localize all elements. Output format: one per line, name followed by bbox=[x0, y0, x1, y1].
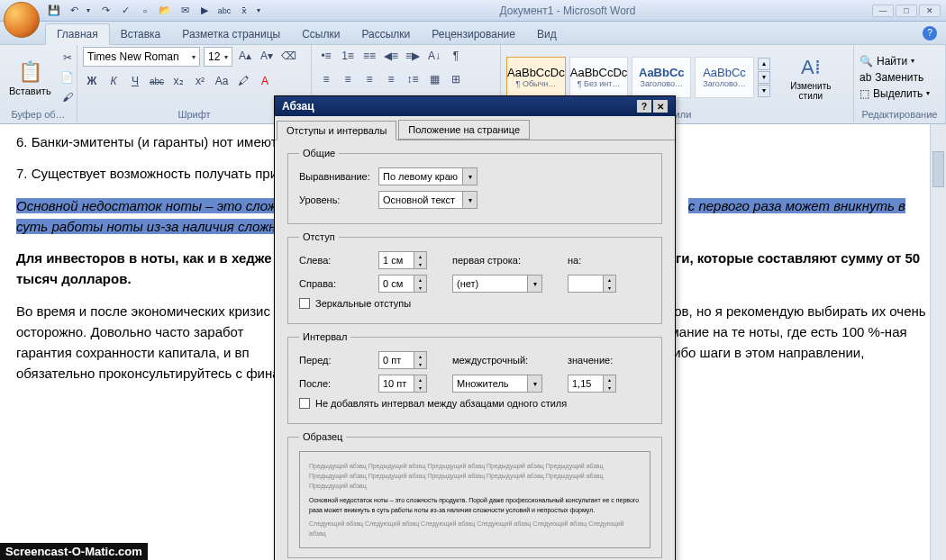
space-after-label: После: bbox=[299, 378, 378, 389]
replace-icon: ab bbox=[860, 71, 871, 84]
space-before-spin[interactable]: 0 пт▴▾ bbox=[378, 351, 427, 369]
watermark: Screencast-O-Matic.com bbox=[0, 543, 148, 560]
paste-button[interactable]: 📋 Вставить bbox=[5, 57, 55, 98]
align-center-icon[interactable]: ≡ bbox=[339, 70, 357, 88]
change-styles-button[interactable]: A⁞ Изменить стили bbox=[774, 52, 848, 103]
find-icon: 🔍 bbox=[860, 55, 873, 68]
justify-icon[interactable]: ≡ bbox=[382, 70, 400, 88]
multilevel-icon[interactable]: ≡≡ bbox=[360, 47, 378, 65]
line-spacing-icon[interactable]: ↕≡ bbox=[404, 70, 422, 88]
tab-references[interactable]: Ссылки bbox=[291, 24, 350, 44]
new-doc-icon[interactable]: ▫ bbox=[138, 4, 152, 18]
show-marks-icon[interactable]: ¶ bbox=[447, 47, 465, 65]
cut-icon[interactable]: ✂ bbox=[59, 49, 77, 67]
indent-left-spin[interactable]: 1 см▴▾ bbox=[378, 251, 427, 269]
first-line-combo[interactable]: (нет)▾ bbox=[452, 275, 542, 293]
undo-icon[interactable]: ↶ bbox=[67, 4, 81, 18]
clear-format-icon[interactable]: ⌫ bbox=[279, 47, 297, 65]
fraction-icon[interactable]: x̄ bbox=[237, 4, 251, 18]
alignment-combo[interactable]: По левому краю▾ bbox=[378, 167, 478, 185]
outline-level-label: Уровень: bbox=[299, 194, 378, 205]
tab-mailings[interactable]: Рассылки bbox=[350, 24, 421, 44]
style-normal[interactable]: AaBbCcDc¶ Обычн… bbox=[506, 57, 566, 98]
save-icon[interactable]: 💾 bbox=[47, 4, 61, 18]
line-spacing-combo[interactable]: Множитель▾ bbox=[452, 375, 542, 393]
sort-icon[interactable]: A↓ bbox=[425, 47, 443, 65]
preview-fieldset: Образец Предыдущий абзац Предыдущий абза… bbox=[287, 431, 662, 558]
decrease-indent-icon[interactable]: ◀≡ bbox=[382, 47, 400, 65]
change-case-button[interactable]: Aa bbox=[213, 72, 231, 90]
indent-right-spin[interactable]: 0 см▴▾ bbox=[378, 275, 427, 293]
shading-icon[interactable]: ▦ bbox=[425, 70, 443, 88]
font-color-button[interactable]: A bbox=[256, 72, 274, 90]
close-button[interactable]: ✕ bbox=[919, 5, 941, 17]
mail-icon[interactable]: ✉ bbox=[177, 4, 192, 18]
minimize-button[interactable]: — bbox=[872, 5, 894, 17]
mirror-indent-checkbox[interactable] bbox=[299, 298, 310, 309]
preview-box: Предыдущий абзац Предыдущий абзац Предыд… bbox=[299, 451, 650, 548]
dialog-help-button[interactable]: ? bbox=[637, 100, 651, 113]
window-title: Документ1 - Microsoft Word bbox=[267, 5, 869, 17]
space-after-spin[interactable]: 10 пт▴▾ bbox=[378, 375, 427, 393]
vertical-scrollbar[interactable] bbox=[930, 124, 946, 560]
qat-more-icon[interactable]: ▾ bbox=[257, 6, 263, 14]
open-icon[interactable]: 📂 bbox=[158, 4, 172, 18]
align-left-icon[interactable]: ≡ bbox=[317, 70, 335, 88]
underline-button[interactable]: Ч bbox=[126, 72, 144, 90]
maximize-button[interactable]: □ bbox=[896, 5, 917, 17]
general-legend: Общие bbox=[299, 148, 339, 158]
superscript-button[interactable]: x² bbox=[191, 72, 209, 90]
increase-indent-icon[interactable]: ≡▶ bbox=[404, 47, 422, 65]
grow-font-icon[interactable]: A▴ bbox=[236, 47, 254, 65]
spacing-at-spin[interactable]: 1,15▴▾ bbox=[568, 375, 616, 393]
titlebar: 💾 ↶ ▾ ↷ ✓ ▫ 📂 ✉ ▶ abc x̄ ▾ Документ1 - M… bbox=[0, 0, 946, 22]
dialog-title: Абзац bbox=[282, 100, 314, 113]
style-heading2[interactable]: AaBbCcЗаголово… bbox=[695, 57, 754, 98]
styles-scroll[interactable]: ▴▾▾ bbox=[758, 58, 770, 97]
tab-view[interactable]: Вид bbox=[526, 24, 568, 44]
replace-button[interactable]: abЗаменить bbox=[860, 71, 930, 84]
tab-review[interactable]: Рецензирование bbox=[421, 24, 526, 44]
no-space-same-style-checkbox[interactable] bbox=[299, 398, 310, 409]
copy-icon[interactable]: 📄 bbox=[59, 68, 77, 86]
tab-home[interactable]: Главная bbox=[45, 23, 110, 45]
spellcheck-icon[interactable]: ✓ bbox=[118, 4, 132, 18]
subscript-button[interactable]: x₂ bbox=[169, 72, 187, 90]
indent-right-label: Справа: bbox=[299, 278, 378, 289]
borders-icon[interactable]: ⊞ bbox=[447, 70, 465, 88]
numbering-icon[interactable]: 1≡ bbox=[339, 47, 357, 65]
outline-level-combo[interactable]: Основной текст▾ bbox=[378, 191, 478, 209]
select-button[interactable]: ⬚Выделить▾ bbox=[860, 87, 930, 100]
undo-dropdown-icon[interactable]: ▾ bbox=[86, 6, 93, 14]
dialog-close-button[interactable]: ✕ bbox=[653, 100, 668, 113]
shrink-font-icon[interactable]: A▾ bbox=[258, 47, 276, 65]
clipboard-group-label: Буфер об… bbox=[0, 109, 77, 123]
indent-left-label: Слева: bbox=[299, 255, 378, 266]
scrollbar-thumb[interactable] bbox=[932, 151, 944, 187]
help-icon[interactable]: ? bbox=[923, 26, 937, 41]
strike-button[interactable]: abc bbox=[148, 72, 166, 90]
print-icon[interactable]: ▶ bbox=[197, 4, 212, 18]
font-name-combo[interactable]: Times New Roman▾ bbox=[83, 47, 200, 67]
find-button[interactable]: 🔍Найти▾ bbox=[860, 55, 930, 68]
spacing-fieldset: Интервал Перед: 0 пт▴▾ междустрочный: зн… bbox=[287, 331, 662, 424]
tab-layout[interactable]: Разметка страницы bbox=[171, 24, 291, 44]
indent-by-label: на: bbox=[568, 255, 581, 266]
indent-by-spin[interactable]: ▴▾ bbox=[568, 275, 616, 293]
highlight-button[interactable]: 🖍 bbox=[234, 72, 252, 90]
dialog-titlebar[interactable]: Абзац ? ✕ bbox=[275, 96, 675, 116]
format-painter-icon[interactable]: 🖌 bbox=[59, 88, 77, 106]
italic-button[interactable]: К bbox=[105, 72, 123, 90]
abc-icon[interactable]: abc bbox=[217, 4, 232, 18]
redo-icon[interactable]: ↷ bbox=[98, 4, 113, 18]
dialog-tab-indents[interactable]: Отступы и интервалы bbox=[277, 121, 396, 140]
bullets-icon[interactable]: •≡ bbox=[317, 47, 335, 65]
style-heading1[interactable]: AaBbCcЗаголово… bbox=[632, 57, 691, 98]
style-nospacing[interactable]: AaBbCcDc¶ Без инт… bbox=[569, 57, 629, 98]
bold-button[interactable]: Ж bbox=[83, 72, 101, 90]
font-size-combo[interactable]: 12▾ bbox=[204, 47, 232, 67]
office-orb[interactable] bbox=[4, 2, 40, 38]
dialog-tab-pageposition[interactable]: Положение на странице bbox=[398, 120, 530, 140]
tab-insert[interactable]: Вставка bbox=[110, 24, 172, 44]
align-right-icon[interactable]: ≡ bbox=[360, 70, 378, 88]
